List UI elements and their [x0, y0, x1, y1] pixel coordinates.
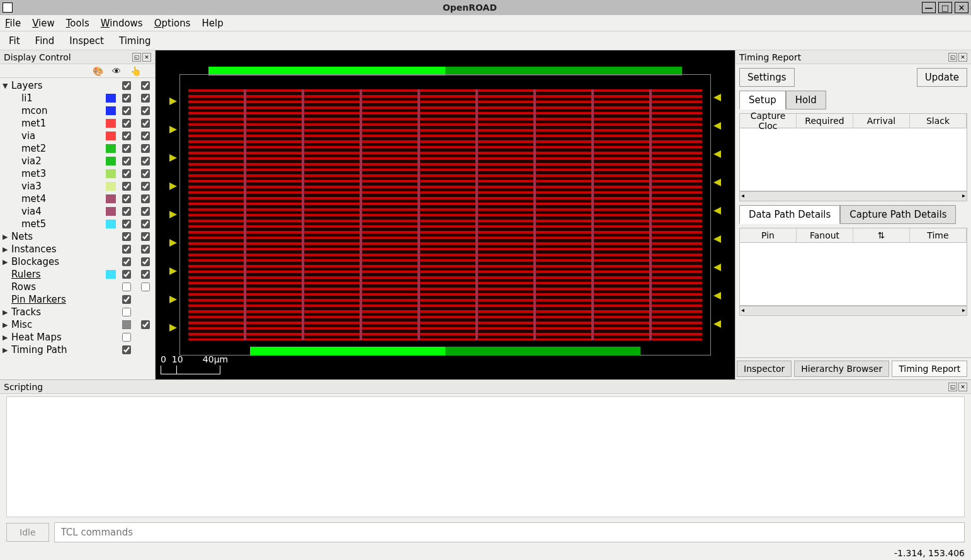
maximize-button[interactable]: □: [938, 2, 952, 13]
selectable-checkbox[interactable]: [141, 220, 150, 228]
tree-item-nets[interactable]: ▶Nets: [0, 230, 155, 243]
color-swatch[interactable]: [106, 182, 116, 191]
panel-float-icon[interactable]: ◱: [132, 53, 141, 62]
visibility-checkbox[interactable]: [122, 207, 131, 216]
selectable-checkbox[interactable]: [141, 169, 150, 178]
horizontal-scrollbar[interactable]: [739, 191, 967, 201]
tree-item-via2[interactable]: via2: [0, 155, 155, 167]
menu-options[interactable]: Options: [154, 18, 191, 29]
color-swatch[interactable]: [106, 94, 116, 103]
tree-item-met4[interactable]: met4: [0, 193, 155, 205]
menu-file[interactable]: File: [5, 18, 21, 29]
visibility-checkbox[interactable]: [122, 194, 131, 203]
selectable-checkbox[interactable]: [141, 182, 150, 191]
tree-item-mcon[interactable]: mcon: [0, 104, 155, 117]
menu-view[interactable]: View: [32, 18, 55, 29]
toolbar-timing[interactable]: Timing: [119, 35, 151, 47]
toolbar-find[interactable]: Find: [35, 35, 55, 47]
selectable-checkbox[interactable]: [141, 119, 150, 128]
visibility-checkbox[interactable]: [122, 270, 131, 279]
tree-item-via3[interactable]: via3: [0, 180, 155, 193]
panel-close-icon[interactable]: ✕: [958, 383, 967, 391]
color-swatch[interactable]: [106, 194, 116, 203]
selectable-checkbox[interactable]: [141, 144, 150, 153]
tree-item-layers[interactable]: ▼Layers: [0, 79, 155, 92]
selectable-checkbox[interactable]: [141, 157, 150, 165]
tree-item-timing-path[interactable]: ▶Timing Path: [0, 344, 155, 356]
tree-item-met2[interactable]: met2: [0, 142, 155, 155]
update-button[interactable]: Update: [917, 68, 967, 87]
idle-button[interactable]: Idle: [6, 523, 49, 542]
tree-item-blockages[interactable]: ▶Blockages: [0, 255, 155, 268]
tree-item-via[interactable]: via: [0, 130, 155, 142]
tree-item-met5[interactable]: met5: [0, 218, 155, 230]
color-swatch[interactable]: [106, 220, 116, 228]
selectable-checkbox[interactable]: [141, 270, 150, 279]
visibility-checkbox[interactable]: [122, 106, 131, 115]
visibility-checkbox[interactable]: [122, 257, 131, 266]
selectable-checkbox[interactable]: [141, 106, 150, 115]
panel-close-icon[interactable]: ✕: [142, 53, 151, 62]
tab-capture-path[interactable]: Capture Path Details: [840, 205, 956, 224]
visibility-checkbox[interactable]: [122, 245, 131, 254]
tree-item-met3[interactable]: met3: [0, 167, 155, 180]
tcl-command-input[interactable]: [54, 522, 965, 542]
color-swatch[interactable]: [106, 207, 116, 216]
tree-item-rulers[interactable]: Rulers: [0, 268, 155, 281]
panel-float-icon[interactable]: ◱: [948, 53, 957, 62]
selectable-checkbox[interactable]: [141, 207, 150, 216]
color-swatch[interactable]: [106, 106, 116, 115]
layout-canvas[interactable]: 0 10 40µm: [156, 50, 735, 379]
tab-timing-report[interactable]: Timing Report: [892, 361, 967, 377]
settings-button[interactable]: Settings: [739, 68, 795, 87]
selectable-checkbox[interactable]: [141, 320, 150, 329]
color-swatch[interactable]: [106, 270, 116, 279]
tree-item-met1[interactable]: met1: [0, 117, 155, 130]
visibility-checkbox[interactable]: [122, 157, 131, 165]
visibility-checkbox[interactable]: [122, 132, 131, 140]
checkbox-mixed[interactable]: [122, 320, 131, 329]
menu-tools[interactable]: Tools: [66, 18, 89, 29]
tab-hierarchy-browser[interactable]: Hierarchy Browser: [794, 361, 889, 377]
selectable-checkbox[interactable]: [141, 257, 150, 266]
visibility-checkbox[interactable]: [122, 169, 131, 178]
selectable-checkbox[interactable]: [141, 232, 150, 241]
visibility-checkbox[interactable]: [122, 283, 131, 291]
panel-float-icon[interactable]: ◱: [948, 383, 957, 391]
minimize-button[interactable]: —: [922, 2, 936, 13]
tree-item-rows[interactable]: Rows: [0, 281, 155, 293]
visibility-checkbox[interactable]: [122, 94, 131, 103]
horizontal-scrollbar[interactable]: [739, 306, 967, 316]
tree-item-instances[interactable]: ▶Instances: [0, 243, 155, 255]
color-swatch[interactable]: [106, 169, 116, 178]
menu-help[interactable]: Help: [202, 18, 224, 29]
visibility-checkbox[interactable]: [122, 182, 131, 191]
toolbar-fit[interactable]: Fit: [9, 35, 20, 47]
visibility-checkbox[interactable]: [122, 220, 131, 228]
selectable-checkbox[interactable]: [141, 283, 150, 291]
visibility-checkbox[interactable]: [122, 345, 131, 354]
menu-windows[interactable]: Windows: [101, 18, 143, 29]
visibility-checkbox[interactable]: [122, 295, 131, 304]
color-swatch[interactable]: [106, 157, 116, 165]
visibility-checkbox[interactable]: [122, 232, 131, 241]
tree-item-li1[interactable]: li1: [0, 92, 155, 104]
selectable-checkbox[interactable]: [141, 81, 150, 90]
color-swatch[interactable]: [106, 119, 116, 128]
visibility-checkbox[interactable]: [122, 333, 131, 342]
tab-hold[interactable]: Hold: [786, 91, 826, 109]
visibility-checkbox[interactable]: [122, 144, 131, 153]
panel-close-icon[interactable]: ✕: [958, 53, 967, 62]
visibility-checkbox[interactable]: [122, 81, 131, 90]
tree-item-misc[interactable]: ▶Misc: [0, 318, 155, 331]
visibility-checkbox[interactable]: [122, 119, 131, 128]
visibility-checkbox[interactable]: [122, 308, 131, 316]
display-control-tree[interactable]: ▼Layersli1mconmet1viamet2via2met3via3met…: [0, 78, 155, 379]
selectable-checkbox[interactable]: [141, 245, 150, 254]
color-swatch[interactable]: [106, 144, 116, 153]
tree-item-via4[interactable]: via4: [0, 205, 155, 218]
tree-item-tracks[interactable]: ▶Tracks: [0, 306, 155, 318]
selectable-checkbox[interactable]: [141, 94, 150, 103]
tab-setup[interactable]: Setup: [739, 91, 786, 109]
selectable-checkbox[interactable]: [141, 194, 150, 203]
